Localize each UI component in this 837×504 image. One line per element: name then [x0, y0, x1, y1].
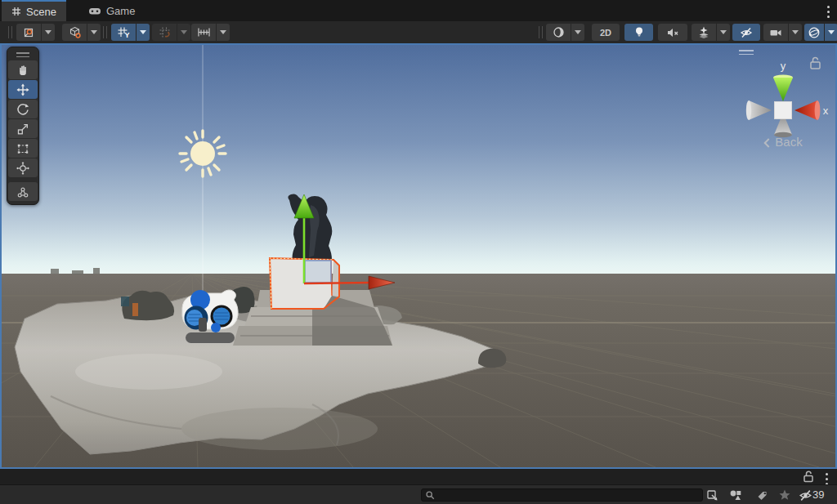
- gizmo-back-label: Back: [775, 135, 802, 149]
- transform-combined-icon: [16, 162, 29, 175]
- draw-mode-dropdown[interactable]: [571, 24, 584, 41]
- rect-tool-button[interactable]: [8, 139, 38, 158]
- rotate-tool-button[interactable]: [8, 100, 38, 118]
- tool-palette: [7, 47, 39, 205]
- tag-icon[interactable]: [754, 488, 769, 502]
- gizmos-dropdown[interactable]: [825, 24, 837, 41]
- gizmo-neg-x-axis[interactable]: [746, 100, 772, 120]
- custom-tool-button[interactable]: [8, 182, 38, 201]
- pick-frame-icon[interactable]: [705, 488, 719, 502]
- tab-game[interactable]: Game: [78, 0, 145, 21]
- hand-icon: [16, 64, 29, 77]
- gamepad-icon: [88, 7, 101, 16]
- tab-bar: Scene Game: [0, 0, 837, 21]
- directional-light-icon[interactable]: [180, 131, 226, 176]
- scene-footer-bar: [0, 469, 837, 484]
- shaded-sphere-icon: [553, 26, 565, 38]
- effects-sparkle-icon: [697, 26, 710, 39]
- snap-increment-button[interactable]: [191, 24, 230, 41]
- orientation-gizmo: y x Back: [732, 47, 835, 153]
- camera-settings-button[interactable]: [763, 24, 802, 41]
- svg-text:Y: Y: [124, 31, 129, 38]
- scale-tool-button[interactable]: [8, 119, 38, 138]
- x-axis-arrow[interactable]: [304, 283, 369, 283]
- unity-editor-window: Scene Game: [0, 0, 837, 504]
- grid-visibility-dropdown[interactable]: [137, 24, 150, 41]
- gizmo-center-cube[interactable]: [775, 102, 792, 119]
- 2d-toggle-button[interactable]: 2D: [592, 24, 620, 41]
- ruler-ticks-icon: [197, 27, 211, 38]
- search-box[interactable]: [421, 488, 703, 502]
- audio-mute-button[interactable]: [658, 24, 687, 41]
- tool-settings-button[interactable]: [16, 24, 55, 41]
- eye-slash-icon: [740, 26, 753, 39]
- camera-icon: [769, 27, 782, 38]
- gizmo-y-label: y: [781, 60, 786, 72]
- scene-render: [2, 45, 835, 467]
- grid-snapping-button[interactable]: [152, 24, 190, 41]
- tab-scene[interactable]: Scene: [2, 0, 66, 21]
- speaker-mute-icon: [666, 27, 679, 38]
- transform-tool-button[interactable]: [8, 158, 38, 177]
- grid-snap-icon: [159, 26, 171, 38]
- tool-handle-rotation-button[interactable]: [62, 24, 101, 41]
- effects-button[interactable]: [692, 24, 730, 41]
- gizmo-x-label: x: [823, 105, 829, 117]
- chevron-left-icon: [764, 138, 773, 147]
- pivot-icon: [23, 27, 34, 38]
- gizmo-x-axis[interactable]: [794, 100, 820, 120]
- rotate-icon: [16, 103, 29, 116]
- tab-scene-label: Scene: [26, 6, 56, 18]
- tool-settings-dropdown[interactable]: [42, 24, 55, 41]
- tool-handle-dropdown[interactable]: [87, 24, 101, 41]
- scale-icon: [16, 123, 29, 136]
- scene-lighting-button[interactable]: [624, 24, 653, 41]
- cube-orbit-icon: [69, 26, 81, 38]
- grid-axis-icon: Y: [117, 26, 131, 38]
- sky: [2, 45, 835, 275]
- node-graph-icon: [16, 185, 29, 198]
- move-tool-button[interactable]: [8, 80, 38, 99]
- tab-game-label: Game: [106, 5, 135, 17]
- toolbar-separator: [103, 26, 107, 38]
- unlocked-padlock-icon[interactable]: [811, 58, 820, 69]
- kebab-menu-icon[interactable]: [821, 473, 832, 485]
- eye-slash-icon[interactable]: [798, 488, 812, 502]
- scene-visibility-button[interactable]: [732, 24, 760, 41]
- palette-drag-handle[interactable]: [8, 50, 38, 60]
- grid-snapping-dropdown[interactable]: [177, 24, 190, 41]
- kebab-menu-icon[interactable]: [822, 6, 834, 18]
- view-tool-button[interactable]: [8, 60, 38, 79]
- headset-object[interactable]: [182, 290, 238, 343]
- gizmo-globe-icon: [808, 26, 821, 39]
- rect-corners-icon: [16, 142, 29, 155]
- lightbulb-icon: [633, 26, 645, 38]
- star-icon[interactable]: [777, 488, 792, 502]
- scene-viewport[interactable]: [0, 43, 837, 469]
- gizmo-back-button[interactable]: Back: [732, 135, 835, 149]
- grid-visibility-button[interactable]: Y: [111, 24, 150, 41]
- draw-mode-button[interactable]: [546, 24, 584, 41]
- search-input[interactable]: [435, 490, 699, 500]
- toolbar-separator: [539, 26, 543, 38]
- gizmos-button[interactable]: [804, 24, 837, 41]
- status-bar: 39: [0, 484, 837, 504]
- gizmo-y-axis[interactable]: [773, 75, 793, 101]
- move-arrows-icon: [16, 83, 29, 96]
- hidden-count: 39: [812, 488, 824, 501]
- 2d-label: 2D: [600, 28, 611, 38]
- search-icon: [425, 490, 435, 500]
- grid-hash-icon: [11, 7, 21, 16]
- effects-dropdown[interactable]: [717, 24, 730, 41]
- snap-increment-dropdown[interactable]: [217, 24, 230, 41]
- object-types-icon[interactable]: [728, 488, 743, 502]
- toolbar-separator: [8, 26, 12, 38]
- unlocked-padlock-icon[interactable]: [803, 471, 814, 483]
- scene-toolbar: Y: [0, 21, 837, 43]
- camera-dropdown[interactable]: [789, 24, 802, 41]
- xy-plane-handle[interactable]: [305, 261, 331, 283]
